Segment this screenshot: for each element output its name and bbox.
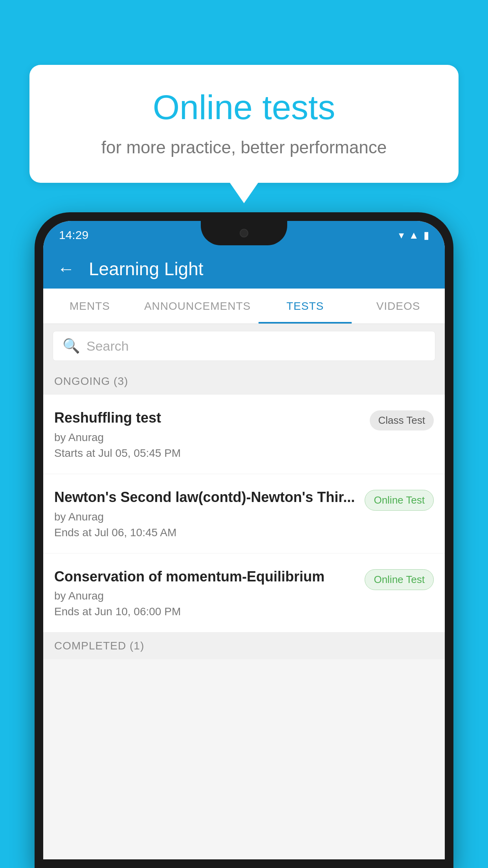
search-bar[interactable]: 🔍 Search (53, 331, 435, 361)
test-date: Ends at Jun 10, 06:00 PM (54, 605, 355, 618)
search-icon: 🔍 (62, 338, 80, 354)
tab-tests[interactable]: TESTS (259, 289, 352, 324)
search-input[interactable]: Search (86, 338, 129, 354)
signal-icon: ▲ (409, 229, 419, 241)
test-item-content: Conservation of momentum-Equilibrium by … (54, 568, 365, 618)
tab-videos[interactable]: VIDEOS (352, 289, 445, 324)
test-badge-online-2: Online Test (365, 569, 434, 590)
test-item[interactable]: Reshuffling test by Anurag Starts at Jul… (43, 395, 445, 474)
battery-icon: ▮ (424, 229, 429, 241)
test-item-content: Reshuffling test by Anurag Starts at Jul… (54, 409, 370, 460)
test-item-content: Newton's Second law(contd)-Newton's Thir… (54, 488, 365, 539)
status-bar: 14:29 ▾ ▲ ▮ (43, 221, 445, 249)
phone-mockup: 14:29 ▾ ▲ ▮ ← Learning Light MENTS ANNOU… (35, 212, 453, 868)
ongoing-label: ONGOING (3) (54, 375, 128, 387)
search-wrapper: 🔍 Search (43, 324, 445, 368)
speech-bubble-container: Online tests for more practice, better p… (29, 65, 459, 183)
test-title: Newton's Second law(contd)-Newton's Thir… (54, 488, 355, 507)
test-date: Starts at Jul 05, 05:45 PM (54, 447, 360, 460)
speech-bubble-title: Online tests (57, 88, 431, 127)
completed-label: COMPLETED (1) (54, 640, 144, 652)
test-date: Ends at Jul 06, 10:45 AM (54, 526, 355, 539)
speech-bubble: Online tests for more practice, better p… (29, 65, 459, 183)
test-badge-class: Class Test (370, 410, 434, 430)
status-time: 14:29 (59, 228, 88, 242)
test-title: Conservation of momentum-Equilibrium (54, 568, 355, 586)
status-icons: ▾ ▲ ▮ (399, 229, 429, 241)
test-title: Reshuffling test (54, 409, 360, 427)
wifi-icon: ▾ (399, 229, 404, 241)
tab-ments[interactable]: MENTS (43, 289, 136, 324)
test-author: by Anurag (54, 590, 355, 602)
test-list: Reshuffling test by Anurag Starts at Jul… (43, 395, 445, 633)
test-author: by Anurag (54, 511, 355, 523)
test-author: by Anurag (54, 431, 360, 444)
completed-section-header: COMPLETED (1) (43, 633, 445, 659)
ongoing-section-header: ONGOING (3) (43, 368, 445, 395)
tab-announcements[interactable]: ANNOUNCEMENTS (136, 289, 259, 324)
back-button[interactable]: ← (57, 260, 75, 278)
phone-camera (240, 229, 248, 237)
test-item[interactable]: Conservation of momentum-Equilibrium by … (43, 554, 445, 633)
speech-bubble-subtitle: for more practice, better performance (57, 138, 431, 157)
test-badge-online: Online Test (365, 490, 434, 511)
phone-screen: 14:29 ▾ ▲ ▮ ← Learning Light MENTS ANNOU… (43, 221, 445, 859)
app-header: ← Learning Light (43, 249, 445, 289)
test-item[interactable]: Newton's Second law(contd)-Newton's Thir… (43, 474, 445, 554)
phone-notch (201, 221, 287, 245)
app-header-title: Learning Light (89, 258, 204, 280)
tab-bar: MENTS ANNOUNCEMENTS TESTS VIDEOS (43, 289, 445, 324)
